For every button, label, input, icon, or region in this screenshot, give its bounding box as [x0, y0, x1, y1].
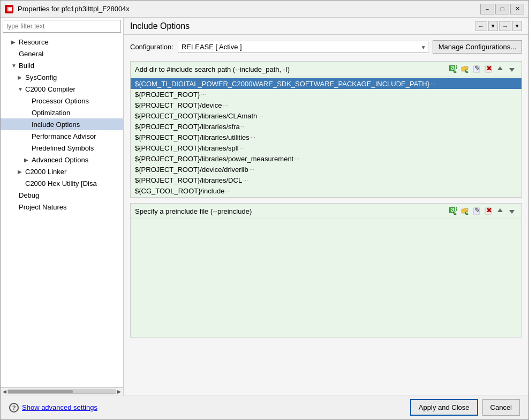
bottom-bar: ? Show advanced settings Apply and Close…	[1, 395, 528, 419]
path-item[interactable]: ${CG_TOOL_ROOT}/include ···	[131, 185, 522, 196]
sidebar-item-sysconfig[interactable]: SysConfig	[1, 71, 123, 83]
svg-marker-22	[497, 208, 503, 212]
sidebar-item-label: Include Options	[32, 121, 80, 129]
scroll-left-btn[interactable]: ◀	[2, 389, 7, 394]
edit-icon: ✎	[473, 207, 480, 215]
include-toolbar: ab+ + ✎ ✖	[448, 64, 517, 74]
apply-close-button[interactable]: Apply and Close	[410, 399, 478, 416]
right-panel: Include Options ← ▾ → ▾ Configuration: R…	[124, 18, 528, 395]
left-panel: Resource General Build SysConfig C2000 C…	[1, 18, 124, 395]
svg-text:+: +	[466, 66, 469, 73]
path-item[interactable]: ${PROJECT_ROOT} ···	[131, 89, 522, 100]
sidebar-item-build[interactable]: Build	[1, 59, 123, 71]
cancel-button[interactable]: Cancel	[482, 399, 520, 416]
path-item[interactable]: ${PROJECT_ROOT}/libraries/utilities ···	[131, 132, 522, 142]
sidebar-item-c2000-hex-utility[interactable]: C2000 Hex Utility [Disa	[1, 177, 123, 189]
sidebar-item-advanced-options[interactable]: Advanced Options	[1, 154, 123, 166]
manage-configurations-button[interactable]: Manage Configurations...	[433, 40, 522, 54]
configuration-select[interactable]: RELEASE [ Active ]	[178, 41, 428, 53]
sidebar-item-label: Resource	[19, 38, 49, 46]
sidebar-item-c2000-linker[interactable]: C2000 Linker	[1, 166, 123, 177]
svg-text:+: +	[455, 66, 457, 73]
sidebar-item-processor-options[interactable]: Processor Options	[1, 95, 123, 107]
sidebar-item-include-options[interactable]: Include Options	[1, 118, 123, 130]
add-folder-preinclude-button[interactable]: +	[459, 206, 470, 216]
down-icon	[508, 207, 516, 215]
path-item[interactable]: ${PROJECT_ROOT}/libraries/CLAmath ···	[131, 110, 522, 121]
move-down-include-button[interactable]	[507, 64, 517, 74]
sidebar-item-project-natures[interactable]: Project Natures	[1, 201, 123, 213]
include-path-section: Add dir to #include search path (--inclu…	[130, 61, 522, 198]
minimize-button[interactable]: −	[480, 4, 494, 14]
path-value: ${COM_TI_DIGITAL_POWER_C2000WARE_SDK_SOF…	[135, 80, 429, 88]
path-item[interactable]: ${PROJECT_ROOT}/device/driverlib ···	[131, 164, 522, 175]
up-icon	[496, 207, 504, 215]
close-button[interactable]: ✕	[510, 4, 524, 14]
sidebar-item-optimization[interactable]: Optimization	[1, 107, 123, 118]
preinclude-header: Specify a preinclude file (--preinclude)…	[131, 204, 522, 219]
svg-text:+: +	[466, 208, 469, 215]
add-include-button[interactable]: ab+	[448, 64, 458, 74]
add-folder-icon: +	[461, 65, 468, 73]
path-value: ${PROJECT_ROOT}/device	[135, 101, 222, 109]
move-down-preinclude-button[interactable]	[507, 206, 517, 216]
sidebar-item-label: General	[19, 50, 43, 58]
nav-buttons: ← ▾ → ▾	[475, 21, 522, 31]
sidebar-item-general[interactable]: General	[1, 48, 123, 59]
sidebar-item-label: C2000 Linker	[25, 168, 66, 176]
sidebar-item-label: Build	[19, 62, 34, 70]
edit-preinclude-button[interactable]: ✎	[471, 206, 482, 216]
move-up-preinclude-button[interactable]	[495, 206, 505, 216]
path-value: ${PROJECT_ROOT}/libraries/power_measurem…	[135, 155, 293, 163]
sidebar-item-c2000-compiler[interactable]: C2000 Compiler	[1, 83, 123, 95]
sidebar-item-label: Debug	[19, 191, 39, 199]
edit-include-button[interactable]: ✎	[471, 64, 482, 74]
nav-back-menu-button[interactable]: ▾	[488, 21, 498, 31]
remove-icon: ✖	[485, 65, 492, 73]
add-folder-icon: +	[461, 207, 468, 215]
scroll-right-btn[interactable]: ▶	[116, 389, 122, 394]
help-icon[interactable]: ?	[9, 403, 19, 412]
path-item[interactable]: ${PROJECT_ROOT}/libraries/DCL ···	[131, 175, 522, 185]
path-item[interactable]: ${PROJECT_ROOT}/libraries/power_measurem…	[131, 153, 522, 164]
sidebar-item-resource[interactable]: Resource	[1, 36, 123, 48]
sidebar-item-predefined-symbols[interactable]: Predefined Symbols	[1, 142, 123, 154]
nav-forward-menu-button[interactable]: ▾	[512, 21, 522, 31]
remove-include-button[interactable]: ✖	[483, 64, 494, 74]
remove-icon: ✖	[485, 207, 492, 215]
scroll-thumb	[8, 390, 73, 393]
sidebar-item-label: Processor Options	[32, 97, 89, 105]
path-item[interactable]: ${COM_TI_DIGITAL_POWER_C2000WARE_SDK_SOF…	[131, 78, 522, 89]
svg-marker-10	[497, 66, 503, 70]
add-folder-include-button[interactable]: +	[459, 64, 470, 74]
tree-arrow	[18, 169, 24, 175]
sidebar-item-label: Performance Advisor	[32, 132, 96, 140]
preinclude-content	[131, 219, 522, 337]
filter-input[interactable]	[3, 20, 121, 33]
svg-text:+: +	[455, 208, 457, 215]
titlebar: ▣ Properties for pfc1ph3ilttpl_F28004x −…	[1, 1, 528, 18]
remove-preinclude-button[interactable]: ✖	[483, 206, 494, 216]
sidebar-item-label: C2000 Hex Utility [Disa	[25, 179, 97, 188]
path-value: ${PROJECT_ROOT}/libraries/spll	[135, 144, 239, 152]
tree-arrow	[11, 63, 18, 69]
down-icon	[508, 65, 516, 73]
move-up-include-button[interactable]	[495, 64, 505, 74]
svg-text:✖: ✖	[486, 207, 492, 214]
add-icon: ab+	[449, 65, 457, 73]
add-preinclude-button[interactable]: ab+	[448, 206, 458, 216]
path-item[interactable]: ${PROJECT_ROOT}/libraries/sfra ···	[131, 121, 522, 132]
right-header: Include Options ← ▾ → ▾	[124, 18, 528, 35]
nav-back-button[interactable]: ←	[475, 21, 487, 31]
edit-icon: ✎	[473, 65, 480, 73]
nav-forward-button[interactable]: →	[499, 21, 511, 31]
preinclude-section: Specify a preinclude file (--preinclude)…	[130, 203, 522, 338]
path-item[interactable]: ${PROJECT_ROOT}/libraries/spll ···	[131, 142, 522, 153]
path-item[interactable]: ${PROJECT_ROOT}/device ···	[131, 100, 522, 110]
sidebar-item-performance-advisor[interactable]: Performance Advisor	[1, 130, 123, 142]
maximize-button[interactable]: □	[495, 4, 509, 14]
sidebar-item-label: C2000 Compiler	[25, 85, 75, 93]
sidebar-item-debug[interactable]: Debug	[1, 189, 123, 201]
content-area: Configuration: RELEASE [ Active ] ▼ Mana…	[124, 35, 528, 395]
show-advanced-settings-link[interactable]: Show advanced settings	[22, 403, 97, 411]
